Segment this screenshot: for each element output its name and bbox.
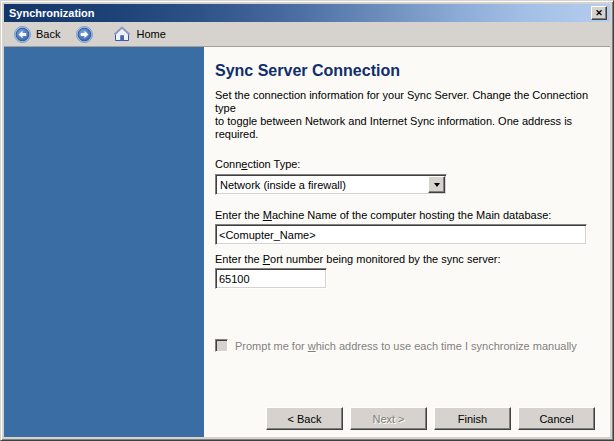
forward-button[interactable]	[72, 24, 97, 45]
back-wizard-button[interactable]: < Back	[266, 407, 343, 430]
title-bar[interactable]: Synchronization ✕	[4, 4, 610, 22]
description-line: Set the connection information for your …	[215, 89, 610, 115]
back-button-label: Back	[36, 28, 60, 40]
prompt-address-checkbox	[215, 339, 228, 352]
machine-name-label: Enter the Machine Name of the computer h…	[215, 209, 610, 222]
sidebar-panel	[4, 47, 204, 437]
home-button-label: Home	[136, 28, 165, 40]
synchronization-window: Synchronization ✕ Back	[0, 0, 614, 441]
connection-type-label: Connection Type:	[215, 158, 610, 171]
prompt-address-label: Prompt me for which address to use each …	[235, 340, 577, 352]
home-button[interactable]: Home	[109, 24, 169, 44]
dropdown-arrow-button[interactable]	[428, 176, 445, 193]
next-wizard-button: Next >	[350, 407, 427, 430]
connection-type-value: Network (inside a firewall)	[216, 175, 427, 194]
back-button[interactable]: Back	[10, 24, 64, 45]
cancel-button[interactable]: Cancel	[518, 407, 595, 430]
page-description: Set the connection information for your …	[215, 89, 610, 141]
back-circle-icon	[14, 26, 31, 43]
description-line: to toggle between Network and Internet S…	[215, 115, 610, 128]
navigation-toolbar: Back	[4, 22, 610, 47]
close-button[interactable]: ✕	[591, 6, 607, 20]
close-icon: ✕	[595, 9, 603, 18]
home-icon	[113, 26, 131, 42]
prompt-address-row: Prompt me for which address to use each …	[215, 339, 610, 352]
window-title: Synchronization	[9, 7, 591, 19]
machine-name-input[interactable]	[215, 224, 587, 245]
finish-button[interactable]: Finish	[434, 407, 511, 430]
port-input[interactable]	[215, 268, 327, 289]
connection-type-select[interactable]: Network (inside a firewall)	[215, 174, 447, 195]
wizard-body: Sync Server Connection Set the connectio…	[4, 47, 610, 437]
chevron-down-icon	[434, 183, 440, 187]
port-label: Enter the Port number being monitored by…	[215, 253, 610, 266]
content-panel: Sync Server Connection Set the connectio…	[204, 47, 610, 437]
page-title: Sync Server Connection	[215, 62, 610, 80]
forward-circle-icon	[76, 26, 93, 43]
wizard-button-row: < Back Next > Finish Cancel	[215, 407, 610, 434]
description-line: required.	[215, 128, 610, 141]
